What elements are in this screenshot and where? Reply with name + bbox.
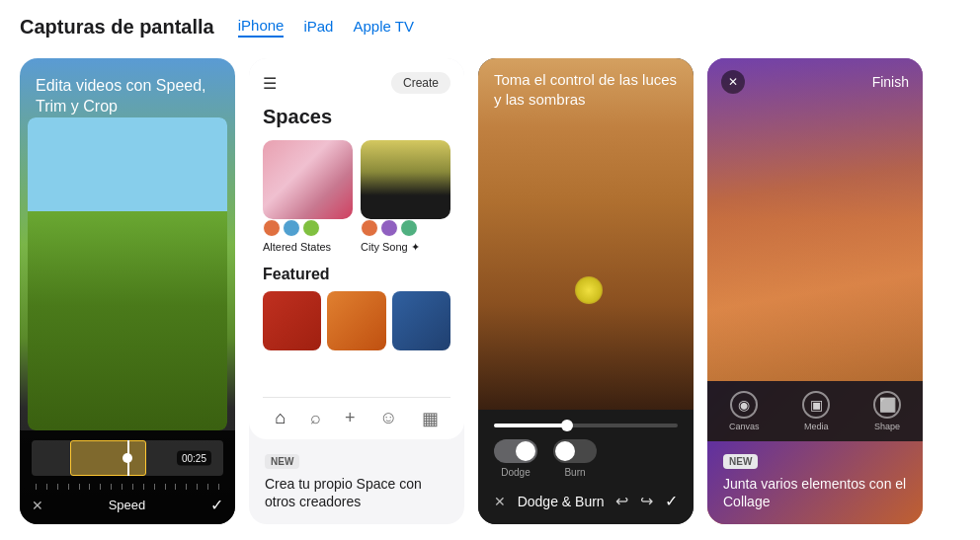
screenshots-row: Edita videos con Speed, Trim y Crop 00:2… <box>20 58 960 524</box>
grass-landscape <box>28 117 227 430</box>
space-thumb-yellow <box>361 140 450 219</box>
tool-canvas: ◉ Canvas <box>729 391 760 431</box>
screenshot-card-3: Toma el control de las luces y las sombr… <box>478 58 694 524</box>
space-1-name: Altered States <box>263 241 353 253</box>
tick <box>57 484 58 490</box>
redo-icon[interactable]: ↪ <box>640 492 653 510</box>
tick <box>46 484 47 490</box>
card4-topbar: ✕ Finish <box>707 58 923 106</box>
time-indicator: 00:25 <box>177 451 211 466</box>
card2-bottom: NEW Crea tu propio Space con otros cread… <box>249 439 464 524</box>
card2-app: ☰ Create Spaces Altered States <box>249 58 464 439</box>
tick <box>89 484 90 490</box>
shape-label: Shape <box>874 422 900 431</box>
canvas-icon[interactable]: ◉ <box>730 391 758 419</box>
canvas-label: Canvas <box>729 422 760 431</box>
burn-label: Burn <box>564 467 585 478</box>
tick <box>100 484 101 490</box>
card4-close-button[interactable]: ✕ <box>721 70 745 94</box>
desert-image: Toma el control de las luces y las sombr… <box>478 58 694 410</box>
avatar <box>400 219 418 237</box>
card2-caption: Crea tu propio Space con otros creadores <box>265 475 449 510</box>
screenshot-card-2: ☰ Create Spaces Altered States <box>249 58 464 524</box>
check-button[interactable]: ✓ <box>210 496 223 514</box>
nav-search-icon[interactable]: ⌕ <box>310 408 321 428</box>
featured-thumb-1 <box>263 291 321 350</box>
tick <box>197 484 198 490</box>
speed-label: Speed <box>109 498 146 512</box>
burn-toggle[interactable] <box>553 439 597 463</box>
card3-close-button[interactable]: ✕ <box>494 494 506 509</box>
playhead-line <box>127 440 129 476</box>
tab-apple-tv[interactable]: Apple TV <box>353 18 413 37</box>
media-icon[interactable]: ▣ <box>802 391 830 419</box>
tick <box>207 484 208 490</box>
avatar <box>302 219 320 237</box>
tick <box>36 484 37 490</box>
tab-bar: iPhone iPad Apple TV <box>238 17 414 38</box>
tick <box>175 484 176 490</box>
space-1: Altered States <box>263 140 353 254</box>
header-row: Capturas de pantalla iPhone iPad Apple T… <box>20 16 960 39</box>
card4-toolbar: ◉ Canvas ▣ Media ⬜ Shape <box>707 381 923 441</box>
featured-title: Featured <box>263 266 450 283</box>
tick <box>143 484 144 490</box>
space-2-name: City Song ✦ <box>361 241 450 254</box>
new-badge-4: NEW <box>723 454 758 469</box>
tick <box>218 484 219 490</box>
nav-add-icon[interactable]: + <box>345 408 356 428</box>
card4-caption: Junta varios elementos con el Collage <box>723 475 907 510</box>
new-badge-2: NEW <box>265 454 299 469</box>
space-2-avatars <box>361 219 450 237</box>
shape-icon[interactable]: ⬜ <box>873 391 901 419</box>
create-button[interactable]: Create <box>391 72 450 94</box>
toggle-knob-burn <box>555 441 575 461</box>
screenshot-card-1: Edita videos con Speed, Trim y Crop 00:2… <box>20 58 235 524</box>
burn-toggle-group: Burn <box>553 439 597 478</box>
ticker-marks <box>32 484 223 490</box>
dodge-toggle[interactable] <box>494 439 537 463</box>
tab-iphone[interactable]: iPhone <box>238 17 285 38</box>
card1-video-area <box>28 117 227 430</box>
menu-icon[interactable]: ☰ <box>263 74 277 93</box>
yellow-blob <box>575 276 603 304</box>
tick <box>122 484 122 490</box>
tick <box>154 484 155 490</box>
space-1-meta: Altered States <box>263 219 353 253</box>
card4-bottom: NEW Junta varios elementos con el Collag… <box>707 441 923 524</box>
section-title: Capturas de pantalla <box>20 16 214 39</box>
slider-row <box>494 424 678 427</box>
desert-overlay-top: Toma el control de las luces y las sombr… <box>478 58 694 120</box>
tool-shape: ⬜ Shape <box>873 391 901 431</box>
screenshot-card-4: ✕ Finish ◉ Canvas ▣ Media ⬜ Shape <box>707 58 923 524</box>
space-2: City Song ✦ <box>361 140 450 254</box>
nav-home-icon[interactable]: ⌂ <box>275 408 286 428</box>
card1-controls: ✕ Speed ✓ <box>32 496 223 514</box>
media-label: Media <box>804 422 829 431</box>
undo-icon[interactable]: ↩ <box>615 492 628 510</box>
avatar <box>361 219 378 237</box>
space-1-avatars <box>263 219 353 237</box>
nav-emoji-icon[interactable]: ☺ <box>379 408 397 428</box>
undo-redo: ↩ ↪ <box>615 492 653 510</box>
slider-track[interactable] <box>494 424 678 427</box>
nav-grid-icon[interactable]: ▦ <box>422 408 439 429</box>
avatar <box>263 219 281 237</box>
card1-bottom: 00:25 <box>20 430 235 524</box>
dodge-toggle-group: Dodge <box>494 439 537 478</box>
slider-thumb <box>561 420 573 431</box>
close-button[interactable]: ✕ <box>32 498 43 513</box>
tab-ipad[interactable]: iPad <box>303 18 333 37</box>
finish-button[interactable]: Finish <box>872 74 909 90</box>
tick <box>79 484 80 490</box>
tick <box>111 484 112 490</box>
space-thumb-pink <box>263 140 353 219</box>
avatar <box>283 219 300 237</box>
tick <box>165 484 166 490</box>
card3-check-button[interactable]: ✓ <box>665 492 678 510</box>
page-container: Capturas de pantalla iPhone iPad Apple T… <box>0 0 980 540</box>
timeline-highlight <box>70 440 147 476</box>
space-2-meta: City Song ✦ <box>361 219 450 254</box>
tool-media: ▣ Media <box>802 391 830 431</box>
card3-caption: Toma el control de las luces y las sombr… <box>494 70 678 109</box>
